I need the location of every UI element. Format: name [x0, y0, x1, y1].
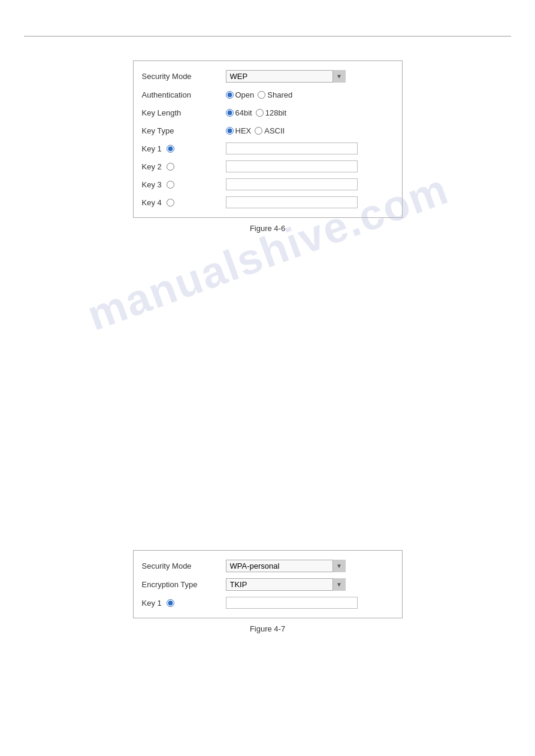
key-length-control: 64bit 128bit: [226, 108, 394, 117]
fig7-key1-control: [226, 597, 394, 609]
key3-input[interactable]: [226, 178, 358, 190]
key-length-row: Key Length 64bit 128bit: [134, 104, 402, 122]
key-length-64-radio[interactable]: [226, 109, 234, 117]
fig7-key1-active-radio[interactable]: [167, 599, 174, 607]
spacer: [0, 251, 535, 538]
key4-control: [226, 196, 394, 208]
key-type-ascii-radio[interactable]: [255, 127, 262, 135]
key1-input[interactable]: [226, 142, 358, 154]
key1-control: [226, 142, 394, 154]
figure7-caption: Figure 4-7: [250, 624, 285, 633]
key4-row: Key 4: [134, 193, 402, 211]
auth-shared-radio[interactable]: [258, 91, 265, 99]
auth-open-text: Open: [235, 90, 255, 99]
fig7-security-mode-select[interactable]: WPA-personal WEP WPA2-personal None: [226, 560, 346, 572]
security-mode-select[interactable]: WEP WPA-personal WPA2-personal None: [226, 70, 346, 83]
key1-row: Key 1: [134, 139, 402, 157]
fig7-security-mode-label: Security Mode: [142, 561, 226, 570]
key-length-label: Key Length: [142, 108, 226, 117]
key-type-hex-text: HEX: [235, 126, 252, 135]
key-length-64-text: 64bit: [235, 108, 252, 117]
auth-open-radio[interactable]: [226, 91, 234, 99]
key-length-128-label[interactable]: 128bit: [256, 108, 286, 117]
key-type-ascii-label[interactable]: ASCII: [255, 126, 285, 135]
authentication-control: Open Shared: [226, 90, 394, 99]
key-type-hex-radio[interactable]: [226, 127, 234, 135]
fig7-key1-input[interactable]: [226, 597, 358, 609]
key-length-128-radio[interactable]: [256, 109, 264, 117]
key2-input[interactable]: [226, 160, 358, 172]
authentication-radio-group: Open Shared: [226, 90, 293, 99]
auth-shared-label[interactable]: Shared: [258, 90, 292, 99]
fig7-encryption-type-select[interactable]: TKIP AES TKIP+AES: [226, 578, 346, 591]
key3-row: Key 3: [134, 175, 402, 193]
key2-control: [226, 160, 394, 172]
key-length-radio-group: 64bit 128bit: [226, 108, 287, 117]
key4-input[interactable]: [226, 196, 358, 208]
key-type-hex-label[interactable]: HEX: [226, 126, 252, 135]
key-type-row: Key Type HEX ASCII: [134, 122, 402, 139]
key3-active-radio[interactable]: [167, 181, 174, 189]
key1-label: Key 1: [142, 144, 226, 153]
key-length-64-label[interactable]: 64bit: [226, 108, 252, 117]
security-mode-label: Security Mode: [142, 72, 226, 81]
key3-label: Key 3: [142, 180, 226, 189]
figure6-form: Security Mode WEP WPA-personal WPA2-pers…: [133, 60, 403, 218]
fig7-encryption-type-label: Encryption Type: [142, 580, 226, 589]
fig7-key1-label: Key 1: [142, 599, 226, 608]
figure6-caption: Figure 4-6: [250, 224, 285, 233]
key4-label: Key 4: [142, 198, 226, 207]
auth-shared-text: Shared: [267, 90, 292, 99]
authentication-label: Authentication: [142, 90, 226, 99]
figure-7-block: Security Mode WPA-personal WEP WPA2-pers…: [0, 550, 535, 633]
fig7-security-mode-select-wrapper[interactable]: WPA-personal WEP WPA2-personal None ▼: [226, 560, 346, 572]
fig7-key1-row: Key 1: [134, 594, 402, 612]
auth-open-label[interactable]: Open: [226, 90, 255, 99]
key-type-label: Key Type: [142, 126, 226, 135]
security-mode-row: Security Mode WEP WPA-personal WPA2-pers…: [134, 67, 402, 86]
fig7-encryption-type-row: Encryption Type TKIP AES TKIP+AES ▼: [134, 575, 402, 594]
fig7-encryption-type-control: TKIP AES TKIP+AES ▼: [226, 578, 394, 591]
figure-6-block: Security Mode WEP WPA-personal WPA2-pers…: [0, 60, 535, 233]
key4-active-radio[interactable]: [167, 199, 174, 207]
fig7-security-mode-row: Security Mode WPA-personal WEP WPA2-pers…: [134, 557, 402, 575]
authentication-row: Authentication Open Shared: [134, 86, 402, 104]
top-divider: [24, 36, 511, 37]
key2-row: Key 2: [134, 157, 402, 175]
key1-active-radio[interactable]: [167, 145, 174, 153]
key2-label: Key 2: [142, 162, 226, 171]
figure7-form: Security Mode WPA-personal WEP WPA2-pers…: [133, 550, 403, 618]
key-type-radio-group: HEX ASCII: [226, 126, 285, 135]
key3-control: [226, 178, 394, 190]
key2-active-radio[interactable]: [167, 163, 174, 171]
key-type-ascii-text: ASCII: [264, 126, 285, 135]
fig7-security-mode-control: WPA-personal WEP WPA2-personal None ▼: [226, 560, 394, 572]
fig7-encryption-type-select-wrapper[interactable]: TKIP AES TKIP+AES ▼: [226, 578, 346, 591]
security-mode-control: WEP WPA-personal WPA2-personal None ▼: [226, 70, 394, 83]
key-length-128-text: 128bit: [265, 108, 286, 117]
key-type-control: HEX ASCII: [226, 126, 394, 135]
security-mode-select-wrapper[interactable]: WEP WPA-personal WPA2-personal None ▼: [226, 70, 346, 83]
